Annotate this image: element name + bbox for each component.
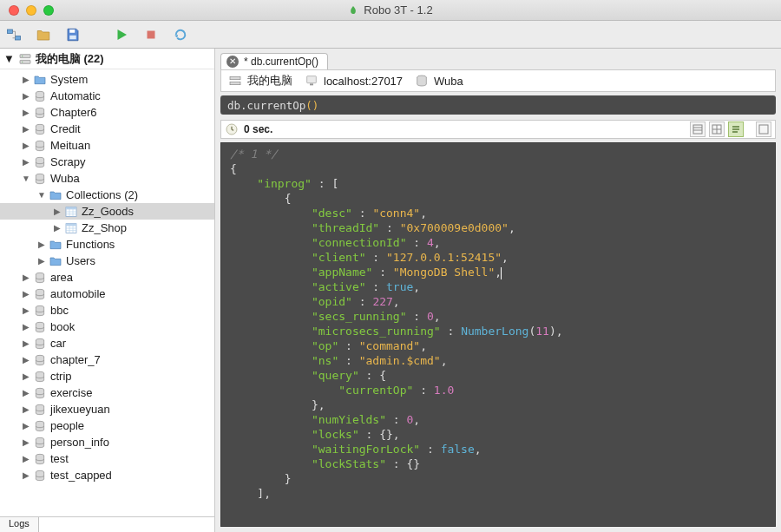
tree-item[interactable]: ▶person_info: [0, 434, 214, 450]
app-leaf-icon: [348, 5, 358, 16]
tree-item-label: exercise: [50, 386, 92, 399]
server-icon: [18, 52, 32, 66]
tree-item-label: book: [50, 320, 75, 333]
tree-item[interactable]: ▶Chapter6: [0, 104, 214, 121]
tree-item[interactable]: ▶Users: [0, 253, 214, 269]
tree-item-label: area: [50, 271, 73, 284]
db-icon: [33, 139, 47, 153]
svg-rect-16: [66, 207, 76, 209]
crumb-host[interactable]: localhost:27017: [324, 75, 403, 88]
table-icon: [64, 205, 78, 219]
db-icon: [33, 89, 47, 103]
expand-arrow-icon: ▶: [21, 371, 31, 381]
result-line: "locks" : {},: [221, 427, 775, 442]
db-icon: [33, 353, 47, 367]
db-icon: [33, 436, 47, 450]
tree-item[interactable]: ▶Functions: [0, 236, 214, 253]
connection-tree[interactable]: ▶System▶Automatic▶Chapter6▶Credit▶Meitua…: [0, 69, 214, 516]
connection-tree-panel: ▼ 我的电脑 (22) ▶System▶Automatic▶Chapter6▶C…: [0, 49, 215, 532]
tree-item-label: Credit: [50, 122, 81, 135]
folder-blue-icon: [49, 238, 62, 252]
result-line: "appName" : "MongoDB Shell",: [221, 265, 775, 279]
run-button[interactable]: [113, 26, 130, 43]
tree-item[interactable]: ▶test: [0, 450, 214, 467]
timing-label: 0 sec.: [244, 123, 272, 135]
svg-rect-34: [307, 76, 317, 83]
tree-item[interactable]: ▶automobile: [0, 286, 214, 302]
view-table-button[interactable]: [709, 122, 725, 137]
tree-item[interactable]: ▶Scrapy: [0, 154, 214, 170]
editor-area: ✕ * db.currentOp() 我的电脑 localhost:27017 …: [215, 49, 781, 532]
tree-item[interactable]: ▶bbc: [0, 302, 214, 319]
svg-point-7: [22, 56, 23, 56]
result-line: "lockStats" : {}: [221, 456, 775, 471]
db-icon: [33, 122, 47, 136]
crumb-db[interactable]: Wuba: [434, 75, 463, 88]
tree-item[interactable]: ▼Collections (2): [0, 187, 214, 203]
save-button[interactable]: [64, 26, 82, 43]
svg-rect-38: [693, 125, 702, 134]
document-tab[interactable]: ✕ * db.currentOp(): [220, 53, 328, 69]
document-tabstrip: ✕ * db.currentOp(): [215, 49, 781, 69]
tree-item[interactable]: ▶jikexueyuan: [0, 401, 214, 417]
logs-tab[interactable]: Logs: [0, 517, 39, 532]
tree-item[interactable]: ▶Meituan: [0, 137, 214, 154]
result-line: "query" : {: [221, 368, 775, 383]
expand-arrow-icon: ▶: [21, 437, 31, 447]
expand-arrow-icon: ▶: [21, 404, 31, 414]
maximize-result-button[interactable]: [756, 122, 771, 137]
tree-item[interactable]: ▶Zz_Goods: [0, 203, 214, 220]
expand-arrow-icon: ▼: [36, 190, 47, 200]
tree-root[interactable]: ▼ 我的电脑 (22): [0, 49, 214, 69]
db-icon: [33, 403, 47, 417]
expand-arrow-icon: ▶: [21, 305, 31, 315]
expand-arrow-icon: ▶: [36, 256, 47, 266]
tree-item-label: Scrapy: [50, 155, 85, 168]
tree-item[interactable]: ▶car: [0, 335, 214, 351]
tree-item[interactable]: ▶System: [0, 71, 214, 88]
tree-item-label: test_capped: [50, 469, 112, 482]
document-tab-label: * db.currentOp(): [244, 56, 318, 68]
expand-arrow-icon: ▶: [21, 470, 31, 480]
tree-item-label: Meituan: [50, 139, 90, 152]
window-minimize-button[interactable]: [26, 5, 36, 16]
svg-rect-32: [230, 76, 240, 79]
view-tree-button[interactable]: [690, 122, 706, 137]
tree-item-label: Automatic: [50, 89, 101, 102]
view-text-button[interactable]: [728, 122, 744, 137]
result-line: "active" : true,: [221, 279, 775, 294]
expand-arrow-icon: ▶: [21, 75, 31, 84]
db-icon: [33, 271, 47, 285]
tree-item[interactable]: ▶book: [0, 319, 214, 335]
window-zoom-button[interactable]: [43, 5, 54, 16]
tree-item[interactable]: ▶test_capped: [0, 467, 214, 483]
tree-item[interactable]: ▶chapter_7: [0, 351, 214, 368]
tree-item[interactable]: ▶people: [0, 417, 214, 434]
tree-item[interactable]: ▶area: [0, 269, 214, 286]
tree-item[interactable]: ▶ctrip: [0, 368, 214, 384]
tree-item[interactable]: ▶Automatic: [0, 88, 214, 104]
tree-item[interactable]: ▶Zz_Shop: [0, 220, 214, 236]
result-line: "microsecs_running" : NumberLong(11),: [221, 324, 775, 338]
expand-arrow-icon: ▶: [21, 421, 31, 430]
result-text-view[interactable]: /* 1 */{ "inprog" : [ { "desc" : "conn4"…: [220, 142, 776, 527]
rerun-button[interactable]: [172, 26, 189, 43]
tree-item[interactable]: ▶exercise: [0, 384, 214, 401]
tree-item[interactable]: ▶Credit: [0, 121, 214, 137]
tree-item-label: Wuba: [50, 172, 80, 185]
tree-item-label: bbc: [50, 304, 69, 317]
crumb-connection[interactable]: 我的电脑: [247, 73, 292, 89]
query-input[interactable]: db.currentOp(): [220, 95, 776, 115]
db-icon: [33, 155, 47, 169]
close-tab-icon[interactable]: ✕: [226, 56, 239, 68]
expand-arrow-icon: ▶: [21, 141, 31, 150]
connect-button[interactable]: [5, 26, 23, 43]
logs-tab-strip: Logs: [0, 516, 214, 532]
stop-button[interactable]: [142, 26, 160, 43]
window-close-button[interactable]: [9, 5, 19, 16]
tree-item-label: ctrip: [50, 370, 72, 383]
paren-close: ): [312, 99, 319, 112]
svg-rect-5: [20, 54, 30, 57]
tree-item[interactable]: ▼Wuba: [0, 170, 214, 187]
open-button[interactable]: [35, 26, 52, 43]
